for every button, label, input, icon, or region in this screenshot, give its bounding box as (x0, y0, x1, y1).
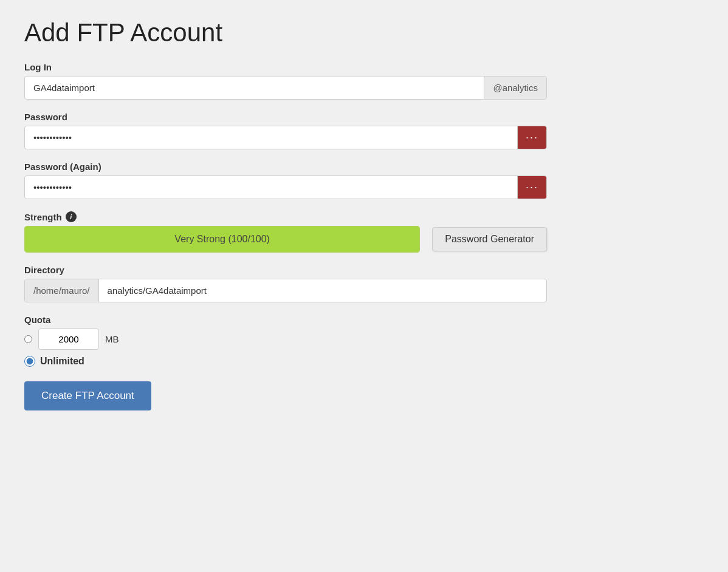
page-title: Add FTP Account (24, 18, 704, 47)
login-section: Log In @analytics (24, 62, 547, 100)
password-again-input-group: ··· (24, 175, 547, 199)
quota-input[interactable] (38, 329, 99, 350)
directory-prefix: /home/mauro/ (25, 279, 99, 302)
password-again-toggle-icon: ··· (526, 181, 538, 194)
password-generator-button[interactable]: Password Generator (432, 227, 547, 251)
password-input-group: ··· (24, 126, 547, 149)
strength-label: Strength i (24, 211, 547, 222)
login-label: Log In (24, 62, 547, 72)
strength-bar-container: Very Strong (100/100) (24, 226, 420, 253)
submit-section: Create FTP Account (24, 381, 704, 410)
password-toggle-button[interactable]: ··· (517, 126, 546, 149)
password-section: Password ··· (24, 112, 547, 149)
login-input[interactable] (25, 77, 484, 99)
directory-input[interactable] (99, 279, 546, 302)
quota-label: Quota (24, 315, 704, 325)
strength-section: Strength i Very Strong (100/100) Passwor… (24, 211, 547, 253)
quota-radio[interactable] (24, 335, 32, 343)
unlimited-label: Unlimited (40, 356, 84, 367)
password-input[interactable] (25, 126, 517, 149)
strength-text: Very Strong (100/100) (174, 234, 270, 245)
quota-unit: MB (105, 334, 119, 344)
password-label: Password (24, 112, 547, 122)
login-input-group: @analytics (24, 76, 547, 100)
directory-label: Directory (24, 265, 547, 275)
strength-row: Very Strong (100/100) Password Generator (24, 226, 547, 253)
password-toggle-icon: ··· (526, 131, 538, 144)
quota-section: Quota MB Unlimited (24, 315, 704, 367)
quota-row: MB (24, 329, 704, 350)
directory-input-group: /home/mauro/ (24, 279, 547, 302)
strength-info-icon[interactable]: i (66, 211, 77, 222)
login-suffix: @analytics (484, 77, 546, 99)
password-again-toggle-button[interactable]: ··· (517, 176, 546, 199)
unlimited-radio[interactable] (24, 356, 35, 367)
directory-section: Directory /home/mauro/ (24, 265, 547, 302)
unlimited-row: Unlimited (24, 356, 704, 367)
password-again-section: Password (Again) ··· (24, 162, 547, 199)
password-again-input[interactable] (25, 176, 517, 199)
password-again-label: Password (Again) (24, 162, 547, 172)
strength-bar-fill: Very Strong (100/100) (25, 226, 419, 252)
create-ftp-account-button[interactable]: Create FTP Account (24, 381, 151, 410)
